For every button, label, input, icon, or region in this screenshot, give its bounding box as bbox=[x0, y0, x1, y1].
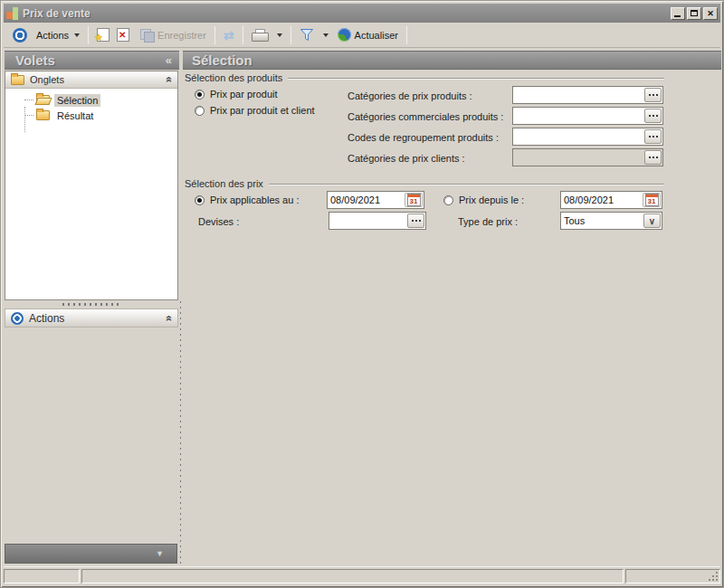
onglets-tree-panel: Onglets » Sélection Résultat bbox=[5, 71, 178, 300]
tree-item-resultat[interactable]: Résultat bbox=[5, 108, 177, 123]
close-button[interactable]: ✕ bbox=[703, 7, 718, 20]
field-categories-prix-produits bbox=[512, 86, 663, 104]
radio-checked-icon[interactable] bbox=[195, 195, 205, 205]
categories-prix-clients-input bbox=[513, 149, 643, 166]
filter-dropdown-icon bbox=[323, 33, 329, 37]
ellipsis-button[interactable] bbox=[644, 109, 662, 123]
field-label-categories-prix-produits: Catégories de prix produits : bbox=[348, 90, 472, 101]
ellipsis-button[interactable] bbox=[644, 129, 662, 144]
field-label-categories-commerciales: Catégories commerciales produits : bbox=[348, 111, 503, 122]
vertical-splitter[interactable] bbox=[179, 301, 182, 564]
codes-regroupement-input[interactable] bbox=[513, 128, 643, 145]
collapse-section-icon[interactable]: » bbox=[163, 315, 176, 321]
field-devises bbox=[329, 212, 426, 230]
products-group-label: Sélection des produits bbox=[185, 72, 282, 83]
sidebar-footer-bar[interactable]: ▼ bbox=[5, 544, 177, 564]
radio-prix-depuis[interactable]: Prix depuis le : bbox=[443, 194, 524, 205]
sync-icon: ⇄ bbox=[224, 29, 234, 42]
field-label-codes-regroupement: Codes de regroupement produits : bbox=[348, 132, 499, 143]
devises-input[interactable] bbox=[329, 213, 406, 229]
save-label: Enregistrer bbox=[157, 30, 206, 41]
ellipsis-icon bbox=[649, 94, 651, 96]
calendar-button[interactable]: 31 bbox=[643, 193, 661, 207]
date-applicable-input[interactable] bbox=[328, 192, 404, 208]
status-bar bbox=[4, 566, 720, 584]
categories-prix-produits-input[interactable] bbox=[513, 87, 643, 103]
field-date-applicable: 31 bbox=[327, 191, 424, 209]
actions-menu-button[interactable]: Actions bbox=[9, 26, 83, 44]
filter-button[interactable] bbox=[296, 26, 318, 43]
radio-label: Prix depuis le : bbox=[459, 194, 524, 205]
actions-section-header[interactable]: Actions » bbox=[5, 308, 178, 327]
actions-menu-label: Actions bbox=[36, 30, 69, 41]
save-icon bbox=[140, 29, 154, 42]
folder-icon bbox=[11, 75, 24, 85]
radio-unchecked-icon[interactable] bbox=[195, 106, 205, 116]
devises-label: Devises : bbox=[198, 216, 239, 227]
maximize-button[interactable] bbox=[687, 7, 701, 20]
main-title: Sélection bbox=[192, 52, 252, 68]
status-cell-left bbox=[4, 569, 80, 583]
ellipsis-button[interactable] bbox=[644, 150, 662, 165]
new-button[interactable] bbox=[93, 26, 113, 43]
actions-section-label: Actions bbox=[29, 312, 64, 325]
type-de-prix-label: Type de prix : bbox=[458, 216, 518, 227]
radio-checked-icon[interactable] bbox=[195, 90, 205, 100]
collapse-panel-icon[interactable]: « bbox=[166, 53, 172, 67]
radio-label: Prix applicables au : bbox=[210, 194, 299, 205]
actions-target-icon bbox=[11, 312, 24, 325]
combo-dropdown-button[interactable]: ∨ bbox=[643, 213, 661, 228]
field-categories-prix-clients bbox=[512, 148, 663, 166]
minimize-button[interactable] bbox=[671, 7, 685, 20]
ellipsis-icon bbox=[649, 156, 651, 158]
filter-funnel-icon bbox=[300, 28, 314, 42]
tree-item-selection[interactable]: Sélection bbox=[5, 92, 177, 108]
radio-label: Prix par produit et client bbox=[210, 105, 315, 116]
delete-button[interactable] bbox=[113, 26, 133, 43]
radio-unchecked-icon[interactable] bbox=[443, 195, 453, 205]
app-icon bbox=[6, 7, 19, 20]
categories-commerciales-input[interactable] bbox=[513, 108, 643, 124]
sync-button[interactable]: ⇄ bbox=[220, 27, 238, 43]
tree-item-label: Sélection bbox=[54, 94, 100, 107]
toolbar-separator bbox=[406, 26, 407, 44]
field-type-de-prix: ∨ bbox=[560, 212, 662, 230]
refresh-button[interactable]: Actualiser bbox=[334, 26, 402, 43]
print-button[interactable] bbox=[248, 27, 272, 43]
maximize-icon bbox=[691, 10, 698, 16]
printer-icon bbox=[252, 29, 268, 42]
onglets-section-header[interactable]: Onglets » bbox=[5, 71, 177, 89]
calendar-button[interactable]: 31 bbox=[405, 193, 423, 207]
type-de-prix-input[interactable] bbox=[561, 213, 643, 229]
refresh-icon bbox=[338, 28, 351, 42]
radio-prix-applicables[interactable]: Prix applicables au : bbox=[195, 194, 299, 205]
status-cell-middle bbox=[81, 569, 624, 583]
title-bar: Prix de vente ✕ bbox=[4, 4, 720, 23]
toolbar-separator bbox=[88, 26, 89, 44]
radio-prix-par-produit[interactable]: Prix par produit bbox=[195, 89, 278, 100]
close-icon: ✕ bbox=[707, 9, 714, 18]
ellipsis-icon bbox=[412, 220, 414, 222]
ellipsis-button[interactable] bbox=[407, 213, 424, 228]
sidebar-title: Volets bbox=[15, 52, 55, 68]
ellipsis-icon bbox=[649, 136, 651, 138]
print-options-button[interactable] bbox=[272, 32, 286, 39]
field-label-categories-prix-clients: Catégories de prix clients : bbox=[348, 153, 465, 164]
filter-options-button[interactable] bbox=[318, 32, 332, 39]
tabs-tree: Sélection Résultat bbox=[5, 89, 177, 123]
ellipsis-button[interactable] bbox=[644, 88, 662, 102]
expand-footer-icon: ▼ bbox=[156, 549, 164, 558]
group-divider-line bbox=[269, 184, 664, 185]
date-since-input[interactable] bbox=[561, 192, 642, 208]
products-group-header: Sélection des produits bbox=[185, 72, 664, 83]
toolbar-separator bbox=[291, 26, 291, 44]
save-button[interactable]: Enregistrer bbox=[137, 27, 210, 43]
print-dropdown-icon bbox=[277, 33, 282, 37]
minimize-icon bbox=[674, 15, 681, 17]
resize-grip[interactable] bbox=[716, 579, 718, 581]
collapse-section-icon[interactable]: » bbox=[163, 77, 176, 83]
refresh-label: Actualiser bbox=[355, 30, 398, 41]
horizontal-splitter[interactable] bbox=[5, 302, 176, 307]
group-divider-line bbox=[288, 78, 664, 79]
radio-prix-par-produit-client[interactable]: Prix par produit et client bbox=[195, 105, 315, 116]
